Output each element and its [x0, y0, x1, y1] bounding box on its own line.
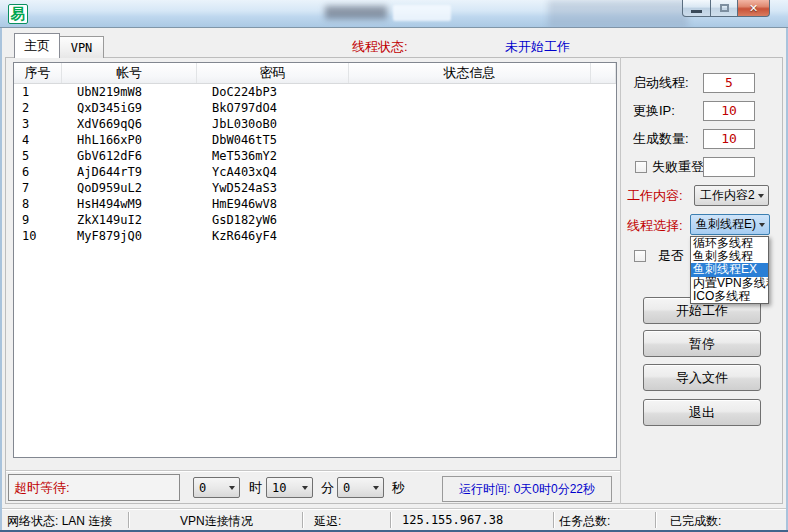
- thread-select-label: 线程选择:: [627, 216, 683, 236]
- table-cell: 3: [14, 116, 62, 132]
- exit-button[interactable]: 退出: [643, 399, 761, 426]
- table-row[interactable]: 5GbV612dF6MeT536mY2: [14, 148, 616, 164]
- timeout-wait-box[interactable]: 超时等待:: [8, 474, 180, 501]
- latency-label: 延迟:: [314, 513, 341, 530]
- statusbar-divider: [390, 512, 391, 528]
- column-header-account[interactable]: 帐号: [62, 63, 197, 83]
- background-window-ghost: [393, 5, 451, 21]
- table-cell: YcA403xQ4: [197, 164, 349, 180]
- thread-status-value: 未开始工作: [505, 37, 570, 57]
- table-cell: 10: [14, 228, 62, 244]
- completed-count-label: 已完成数:: [670, 513, 721, 530]
- pause-button[interactable]: 暂停: [643, 330, 761, 357]
- minimize-icon: [691, 10, 702, 13]
- flag-checkbox[interactable]: [634, 250, 646, 262]
- window-controls: ✕: [683, 0, 770, 17]
- table-cell: MeT536mY2: [197, 148, 349, 164]
- table-cell: GbV612dF6: [62, 148, 197, 164]
- thread-dropdown[interactable]: 循环多线程鱼刺多线程鱼刺线程EX内置VPN多线程ICO多线程: [690, 236, 769, 304]
- flag-checkbox-label: 是否: [658, 246, 684, 266]
- table-cell: [349, 180, 591, 196]
- maximize-icon: [720, 4, 729, 12]
- vpn-status-text: VPN连接情况: [180, 513, 253, 530]
- table-cell: 7: [14, 180, 62, 196]
- table-body: 1UbN219mW8DoC224bP32QxD345iG9BkO797dO43X…: [14, 84, 616, 244]
- table-cell: [349, 164, 591, 180]
- column-header-status[interactable]: 状态信息: [349, 63, 591, 83]
- close-button[interactable]: ✕: [737, 0, 770, 17]
- change-ip-input[interactable]: 10: [703, 101, 755, 121]
- generate-count-input[interactable]: 10: [703, 129, 755, 149]
- change-ip-label: 更换IP:: [633, 101, 675, 121]
- minimize-button[interactable]: [682, 0, 711, 17]
- table-cell: 5: [14, 148, 62, 164]
- tab-vpn[interactable]: VPN: [59, 36, 104, 58]
- retry-on-fail-checkbox[interactable]: [635, 161, 647, 173]
- table-row[interactable]: 8HsH494wM9HmE946wV8: [14, 196, 616, 212]
- thread-select-value: 鱼刺线程E): [696, 216, 756, 233]
- timeout-hours-combobox[interactable]: 0: [193, 477, 240, 498]
- dropdown-item[interactable]: 鱼刺多线程: [691, 250, 768, 263]
- table-cell: 8: [14, 196, 62, 212]
- column-header-password[interactable]: 密码: [197, 63, 349, 83]
- table-row[interactable]: 2QxD345iG9BkO797dO4: [14, 100, 616, 116]
- table-row[interactable]: 9ZkX149uI2GsD182yW6: [14, 212, 616, 228]
- retry-on-fail-label: 失败重登: [652, 157, 704, 177]
- thread-status-label: 线程状态:: [352, 37, 408, 57]
- total-tasks-label: 任务总数:: [559, 513, 610, 530]
- table-row[interactable]: 4HhL166xP0DbW046tT5: [14, 132, 616, 148]
- timeout-minutes-combobox[interactable]: 10: [266, 477, 313, 498]
- table-cell: 2: [14, 100, 62, 116]
- table-cell: 4: [14, 132, 62, 148]
- statusbar-divider: [655, 512, 656, 528]
- timeout-seconds-combobox[interactable]: 0: [337, 477, 384, 498]
- table-cell: 9: [14, 212, 62, 228]
- dropdown-item[interactable]: ICO多线程: [691, 290, 768, 303]
- retry-on-fail-input[interactable]: [703, 157, 755, 177]
- start-threads-input[interactable]: 5: [703, 73, 755, 93]
- timeout-hours-value: 0: [199, 481, 206, 495]
- thread-select-combobox[interactable]: 鱼刺线程E): [690, 214, 770, 235]
- table-cell: ZkX149uI2: [62, 212, 197, 228]
- table-cell: [349, 132, 591, 148]
- table-row[interactable]: 10MyF879jQ0KzR646yF4: [14, 228, 616, 244]
- chevron-down-icon: [759, 223, 765, 227]
- table-row[interactable]: 6AjD644rT9YcA403xQ4: [14, 164, 616, 180]
- work-content-value: 工作内容2: [700, 187, 755, 204]
- table-cell: AjD644rT9: [62, 164, 197, 180]
- table-cell: [349, 148, 591, 164]
- dropdown-item[interactable]: 内置VPN多线程: [691, 277, 768, 290]
- import-file-button[interactable]: 导入文件: [643, 364, 761, 391]
- table-cell: DoC224bP3: [197, 84, 349, 100]
- column-header-empty: [591, 63, 616, 83]
- tab-home[interactable]: 主页: [14, 33, 60, 58]
- table-cell: [349, 212, 591, 228]
- timeout-seconds-value: 0: [343, 481, 350, 495]
- work-content-combobox[interactable]: 工作内容2: [694, 185, 769, 206]
- statusbar-divider: [128, 512, 129, 528]
- table-cell: [349, 116, 591, 132]
- maximize-button[interactable]: [710, 0, 738, 17]
- column-header-index[interactable]: 序号: [14, 63, 62, 83]
- runtime-display: 运行时间: 0天0时0分22秒: [442, 476, 612, 502]
- accounts-table[interactable]: 序号 帐号 密码 状态信息 1UbN219mW8DoC224bP32QxD345…: [13, 62, 617, 458]
- network-status-text: 网络状态: LAN 连接: [7, 513, 112, 530]
- table-cell: JbL030oB0: [197, 116, 349, 132]
- hours-unit-label: 时: [249, 478, 262, 498]
- table-row[interactable]: 1UbN219mW8DoC224bP3: [14, 84, 616, 100]
- minutes-unit-label: 分: [321, 478, 334, 498]
- table-cell: GsD182yW6: [197, 212, 349, 228]
- app-logo-icon: 易: [8, 4, 28, 24]
- table-cell: [349, 100, 591, 116]
- table-cell: 1: [14, 84, 62, 100]
- dropdown-item[interactable]: 循环多线程: [691, 237, 768, 250]
- panel-divider-horizontal: [6, 470, 620, 471]
- background-window-ghost: [548, 0, 688, 28]
- table-cell: YwD524aS3: [197, 180, 349, 196]
- statusbar-divider: [553, 512, 554, 528]
- table-row[interactable]: 7QoD959uL2YwD524aS3: [14, 180, 616, 196]
- statusbar-divider: [302, 512, 303, 528]
- dropdown-item[interactable]: 鱼刺线程EX: [691, 263, 768, 276]
- chevron-down-icon: [302, 486, 308, 490]
- table-row[interactable]: 3XdV669qQ6JbL030oB0: [14, 116, 616, 132]
